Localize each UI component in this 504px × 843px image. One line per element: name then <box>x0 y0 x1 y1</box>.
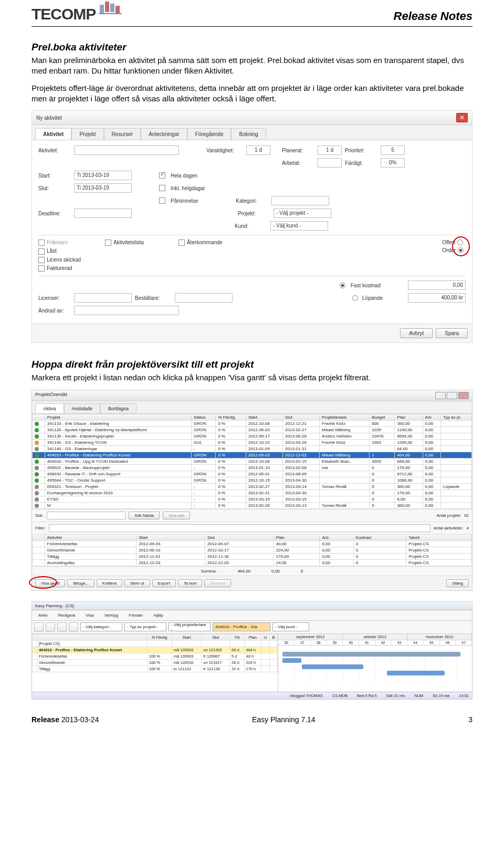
sel-projektledare[interactable]: - Välj projektledare - <box>169 622 211 631</box>
menu-item[interactable]: Redigera <box>54 612 79 619</box>
input-bestallare[interactable] <box>175 293 233 303</box>
lbl-aterk: Återkommande <box>187 240 223 245</box>
sel-typ[interactable]: - Typ av projekt - <box>124 622 166 631</box>
input-planerat[interactable]: 1 d <box>318 145 342 155</box>
table-row[interactable]: Tillägg2012-11-012012-11-30176,000,000Pr… <box>33 553 472 559</box>
radio-offert[interactable] <box>457 240 463 245</box>
input-fastkostnad[interactable]: 0,00 <box>408 280 466 290</box>
overview-tab[interactable]: Borttagna <box>100 403 136 413</box>
chk-last[interactable] <box>38 248 45 255</box>
sel-kund[interactable]: - Välj kund - <box>272 622 309 631</box>
table-row[interactable]: [Projekt CS] <box>33 640 278 647</box>
select-projekt[interactable]: - Välj projekt - <box>274 209 331 218</box>
menu-item[interactable]: Arkiv <box>34 612 52 619</box>
table-row[interactable]: 495022 - Bavaria - Backupprojekt-0 %2013… <box>33 464 472 471</box>
chk-heladagen[interactable] <box>159 172 165 179</box>
chk-aktivitetslista[interactable] <box>105 240 111 246</box>
table-row[interactable]: 341140 - GS - Etablering TCONGUL0 %2012-… <box>33 439 472 445</box>
dialog-tab[interactable]: Aktivitet <box>35 128 71 140</box>
overview-button[interactable]: Kvittera <box>97 579 122 587</box>
overview-button[interactable]: Skriv ut <box>124 579 150 587</box>
spara-button[interactable]: Spara <box>436 328 468 338</box>
input-deadline[interactable] <box>74 209 132 218</box>
dialog-tab[interactable]: Bokning <box>231 128 266 140</box>
table-row[interactable]: 404010 - Proffice - Etablering Proffice … <box>33 647 278 653</box>
chk-paminnelse[interactable] <box>159 197 165 204</box>
input-prioritet[interactable]: 5 <box>381 145 405 155</box>
table-row[interactable]: Genomförande100 %må 120910on 12101728 d2… <box>33 659 278 665</box>
overview-tab[interactable]: Avslutade <box>64 403 100 413</box>
table-row[interactable]: Avvecklingsfas2012-12-032012-12-0324,000… <box>33 559 472 566</box>
table-row[interactable]: 498032 - Ravania IT - Drift och SupportG… <box>33 471 472 477</box>
radio-fastkostnad[interactable] <box>340 283 345 288</box>
overview-button[interactable]: Bifoga... <box>67 579 94 587</box>
toolbar-btn[interactable] <box>46 622 55 632</box>
overview-tab[interactable]: Aktiva <box>35 403 64 413</box>
input-andrad[interactable] <box>74 306 179 315</box>
menu-item[interactable]: Hjälp <box>149 612 167 619</box>
avbryt-button[interactable]: Avbryt <box>400 328 433 338</box>
dialog-tab[interactable]: Föregående <box>187 128 232 140</box>
input-fardigt[interactable]: 0% <box>381 158 405 168</box>
input-varaktighet[interactable]: 1 d <box>246 145 270 155</box>
radio-order[interactable] <box>458 247 464 253</box>
minimize-icon[interactable] <box>435 392 446 399</box>
lbl-deadline: Deadline: <box>38 211 71 216</box>
select-kund[interactable]: - Välj kund - <box>270 221 328 231</box>
dialog-tab[interactable]: Projekt <box>71 128 103 140</box>
radio-lopande[interactable] <box>352 295 358 301</box>
input-sok[interactable] <box>47 512 125 519</box>
table-row[interactable]: 341120 - Apotek Hjärtat - Etablering ny … <box>33 426 472 433</box>
input-start[interactable]: Ti 2013-03-19 <box>74 171 132 180</box>
project-table[interactable]: ProjektStatus% FärdigStartSlutProjektled… <box>32 414 472 509</box>
input-aktivitet[interactable] <box>74 145 179 155</box>
close-icon[interactable] <box>458 392 469 399</box>
overview-button[interactable]: Export <box>152 579 176 587</box>
table-row[interactable]: 495044 - TDC - Onsite SupportGRÖN0 %2012… <box>33 477 472 483</box>
stang-button[interactable]: Stäng <box>446 579 469 587</box>
chk-franvaro[interactable] <box>38 240 45 246</box>
sel-projekt[interactable]: 404010 - Proffice - Eta <box>213 622 270 631</box>
section2-p: Markera ett projekt i listan nedan och k… <box>32 372 472 383</box>
menu-item[interactable]: Visa <box>81 612 98 619</box>
chk-aterkommande[interactable] <box>178 240 185 246</box>
table-row[interactable]: 654321 - Testsson - Projekt-0 %2013-02-2… <box>33 483 472 490</box>
sel-kategori[interactable]: - Välj kategori - <box>80 622 122 631</box>
table-row[interactable]: 404010 - Proffice - Upg til TCON Dedicat… <box>33 458 472 464</box>
table-row[interactable]: Tillägg100 %to 121101fr 12113022 d176 h <box>33 665 278 672</box>
table-row[interactable]: 404010 - Proffice - Etablering Proffice … <box>33 452 472 458</box>
menu-item[interactable]: Verktyg <box>100 612 123 619</box>
activity-table[interactable]: AktivitetStartSlutPlanArbKostnadTabellFö… <box>32 534 472 566</box>
overview-button[interactable]: Ta bort <box>178 579 202 587</box>
menu-item[interactable]: Fönster <box>124 612 147 619</box>
chk-fakturerad[interactable] <box>38 265 45 272</box>
gantt-left-table[interactable]: % FärdigStartSlutTidPlanUB[Projekt CS]40… <box>32 634 278 672</box>
close-icon[interactable]: ✕ <box>456 113 468 122</box>
toolbar-btn[interactable] <box>69 622 78 632</box>
toolbar-btn[interactable] <box>57 622 67 632</box>
dialog-tab[interactable]: Resurser <box>104 128 141 140</box>
toolbar-btn[interactable] <box>34 622 44 632</box>
chk-licens[interactable] <box>38 257 45 263</box>
table-row[interactable]: Förberedelsefas100 %må 120903fr 1209075 … <box>33 653 278 659</box>
input-kategori[interactable] <box>271 196 329 205</box>
input-arbetat[interactable] <box>318 158 342 168</box>
table-row[interactable]: 341130 - Keolis - EtableringsprojektGRÖN… <box>33 433 472 439</box>
chk-inkl[interactable] <box>159 185 165 191</box>
input-slut[interactable]: Ti 2013-03-19 <box>74 183 132 193</box>
table-row[interactable]: 341110 - Erik Olsson - EtableringGRÖN0 %… <box>33 420 472 426</box>
visa-alla-button[interactable]: Visa alla <box>163 512 190 519</box>
table-row[interactable]: Förberedelsefas2012-09-032012-09-0740,00… <box>33 540 472 547</box>
table-row[interactable]: Exchangemigrering til version 2010-0 %20… <box>33 490 472 496</box>
dialog-tab[interactable]: Anteckningar <box>141 128 187 140</box>
table-row[interactable]: M-0 %2013-02-262013-04-13Tomas Rindå0360… <box>33 502 472 508</box>
maximize-icon[interactable] <box>447 392 457 399</box>
input-lopande[interactable]: 400,00 kr <box>408 293 466 303</box>
overview-button[interactable]: Återställ <box>204 579 231 587</box>
table-row[interactable]: Genomförande2012-09-102012-10-17224,000,… <box>33 547 472 553</box>
table-row[interactable]: ETSD-0 %2013-03-152013-03-1508,000,00 <box>33 496 472 502</box>
table-row[interactable]: 341140 - GS - Etableringar-0 %2013-01-09… <box>33 445 472 452</box>
input-filter[interactable] <box>49 524 430 532</box>
input-licenser[interactable] <box>74 293 132 303</box>
sok-nasta-button[interactable]: Sök Nästa <box>129 512 160 519</box>
